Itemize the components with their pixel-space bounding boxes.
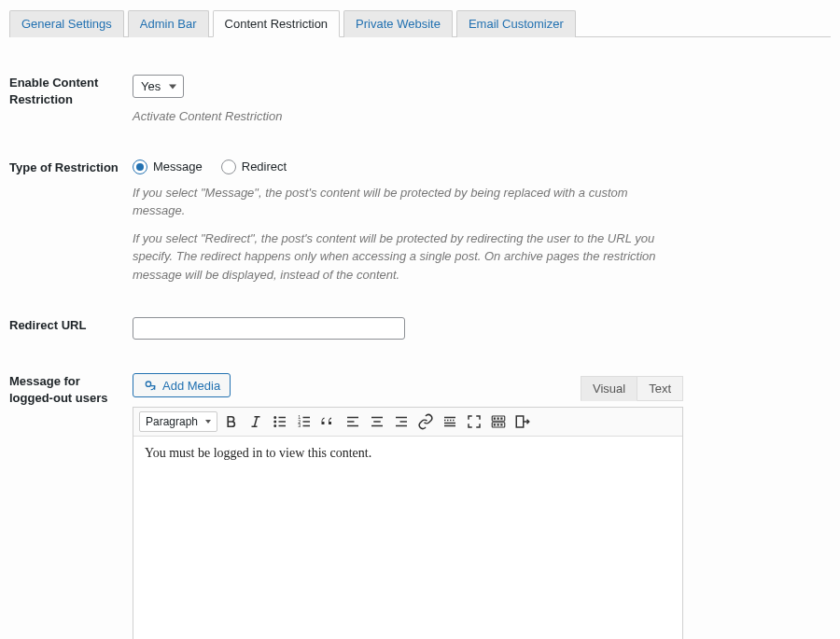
tab-admin-bar[interactable]: Admin Bar (128, 10, 209, 37)
editor-tab-visual[interactable]: Visual (581, 376, 637, 401)
align-left-icon (344, 413, 361, 430)
tab-email-customizer[interactable]: Email Customizer (456, 10, 576, 37)
editor-tab-text[interactable]: Text (637, 376, 683, 401)
align-right-icon (393, 413, 410, 430)
select-enable-value: Yes (141, 79, 161, 93)
svg-rect-34 (494, 424, 496, 425)
label-type: Type of Restriction (9, 160, 133, 285)
distraction-free-button[interactable] (512, 411, 533, 432)
svg-rect-32 (500, 418, 502, 420)
fullscreen-icon (466, 413, 483, 430)
toolbar-toggle-button[interactable] (488, 411, 509, 432)
bold-button[interactable] (221, 411, 242, 432)
insert-more-button[interactable] (440, 411, 460, 432)
bullet-list-icon (272, 413, 288, 430)
italic-icon (247, 413, 264, 430)
format-select[interactable]: Paragraph (139, 411, 217, 432)
svg-point-4 (274, 417, 276, 419)
fullscreen-button[interactable] (464, 411, 484, 432)
row-redirect-url: Redirect URL (9, 317, 831, 340)
select-enable-restriction[interactable]: Yes (133, 75, 184, 98)
helper-type-message: If you select "Message", the post's cont… (133, 184, 683, 220)
format-select-value: Paragraph (146, 415, 198, 428)
italic-button[interactable] (245, 411, 266, 432)
radio-message-label: Message (153, 160, 203, 174)
bold-icon (223, 413, 240, 430)
svg-rect-37 (516, 416, 524, 427)
svg-rect-35 (497, 424, 499, 425)
add-media-label: Add Media (162, 379, 220, 393)
media-icon (143, 378, 158, 393)
row-type-of-restriction: Type of Restriction Message Redirect If … (9, 160, 831, 285)
radio-item-message[interactable]: Message (133, 160, 203, 174)
label-redirect-url: Redirect URL (9, 317, 133, 340)
bullet-list-button[interactable] (270, 411, 290, 432)
svg-rect-30 (494, 418, 496, 420)
blockquote-icon (320, 413, 337, 430)
label-message: Message for logged-out users (9, 373, 133, 639)
radio-group-type: Message Redirect (133, 160, 683, 174)
radio-item-redirect[interactable]: Redirect (221, 160, 287, 174)
editor-mode-tabs: Visual Text (581, 376, 683, 401)
toolbar-toggle-icon (490, 413, 507, 430)
svg-text:3: 3 (298, 423, 301, 428)
svg-point-6 (274, 425, 276, 427)
svg-rect-31 (497, 418, 499, 420)
link-icon (417, 413, 434, 430)
radio-redirect[interactable] (221, 160, 236, 174)
svg-rect-36 (500, 424, 502, 425)
helper-type-redirect: If you select "Redirect", the post's con… (133, 229, 683, 285)
tab-content-restriction[interactable]: Content Restriction (213, 10, 341, 37)
align-center-icon (369, 413, 385, 430)
align-right-button[interactable] (391, 411, 412, 432)
add-media-button[interactable]: Add Media (133, 373, 231, 397)
align-center-button[interactable] (367, 411, 387, 432)
label-enable: Enable Content Restriction (9, 75, 133, 126)
helper-enable: Activate Content Restriction (133, 107, 683, 126)
tab-general-settings[interactable]: General Settings (9, 10, 124, 37)
svg-point-5 (274, 421, 276, 423)
svg-line-3 (255, 417, 258, 427)
radio-message[interactable] (133, 160, 147, 174)
wysiwyg-editor: Paragraph 123 You must be logged in to v… (133, 407, 683, 639)
numbered-list-button[interactable]: 123 (294, 411, 315, 432)
editor-toolbar: Paragraph 123 (133, 408, 682, 437)
settings-tabs: General Settings Admin Bar Content Restr… (9, 9, 831, 37)
insert-more-icon (441, 413, 458, 430)
svg-point-0 (146, 382, 150, 386)
exit-icon (514, 413, 531, 430)
tab-private-website[interactable]: Private Website (343, 10, 453, 37)
radio-redirect-label: Redirect (242, 160, 287, 174)
row-message-logged-out: Message for logged-out users Add Media V… (9, 373, 831, 639)
link-button[interactable] (415, 411, 436, 432)
numbered-list-icon: 123 (296, 413, 313, 430)
input-redirect-url[interactable] (133, 317, 405, 340)
blockquote-button[interactable] (318, 411, 339, 432)
row-enable-content-restriction: Enable Content Restriction Yes Activate … (9, 75, 831, 126)
align-left-button[interactable] (343, 411, 363, 432)
editor-content-area[interactable]: You must be logged in to view this conte… (133, 437, 682, 639)
